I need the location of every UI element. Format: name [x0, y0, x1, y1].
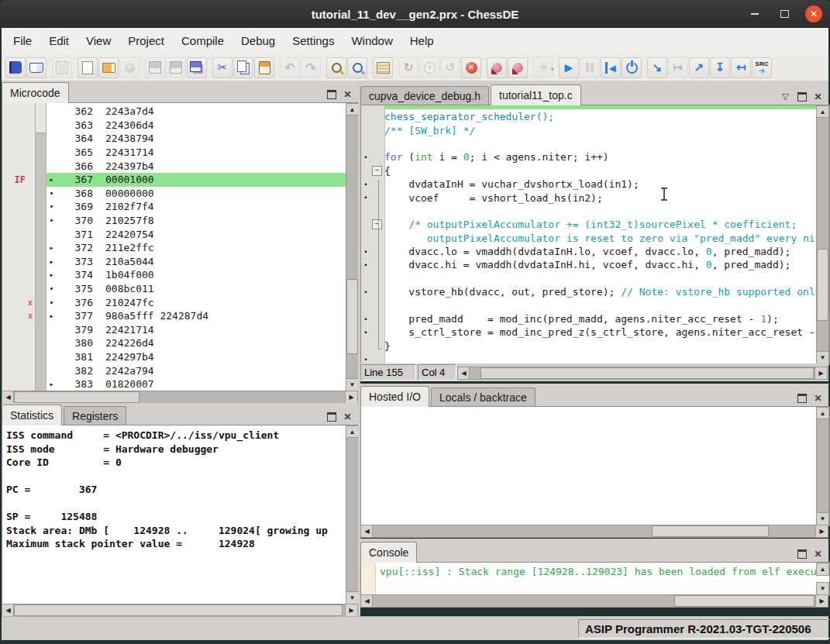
- microcode-row[interactable]: •3692102f7f4: [2, 200, 346, 214]
- tab-tutorial11-top-c[interactable]: tutorial11_top.c: [491, 84, 581, 105]
- code-line[interactable]: •− dvacc.lo = vmaddh(dvdataInH.lo, vcoef…: [361, 245, 816, 258]
- hosted-io-panel[interactable]: [360, 406, 830, 526]
- save-as-button[interactable]: [166, 57, 186, 78]
- code-line[interactable]: •− vcoef = vshort_load_hs(in2);: [361, 191, 816, 204]
- fold-toggle-icon[interactable]: −: [372, 219, 382, 229]
- tab-locals-backtrace[interactable]: Locals / backtrace: [431, 387, 536, 407]
- menu-item-settings[interactable]: Settings: [284, 28, 343, 54]
- run-tool-button[interactable]: [533, 57, 553, 78]
- microcode-row[interactable]: 3622243a7d4: [2, 105, 346, 119]
- microcode-row[interactable]: •370210257f8: [2, 214, 346, 228]
- scroll-right-icon[interactable]: [815, 525, 828, 538]
- statistics-hscroll-track[interactable]: [13, 604, 346, 617]
- goto-source-button[interactable]: SRC: [752, 57, 772, 78]
- close-panel-icon[interactable]: [342, 412, 353, 422]
- open-manual-button[interactable]: [26, 57, 46, 78]
- maximize-panel-icon[interactable]: [796, 549, 808, 559]
- reload-project-button[interactable]: [52, 57, 72, 78]
- microcode-row[interactable]: 37122420754: [2, 227, 346, 241]
- close-panel-icon[interactable]: [342, 89, 353, 99]
- console-hscrollbar[interactable]: [360, 594, 828, 607]
- add-item-button[interactable]: [119, 57, 139, 78]
- menu-item-debug[interactable]: Debug: [232, 28, 284, 54]
- cut-button[interactable]: [212, 57, 232, 78]
- profile-button[interactable]: [419, 57, 439, 78]
- scroll-right-icon[interactable]: [345, 391, 358, 404]
- scroll-right-icon[interactable]: [345, 604, 358, 617]
- hosted-vscrollbar[interactable]: [816, 418, 829, 514]
- microcode-row[interactable]: 37922421714: [2, 323, 346, 337]
- fold-toggle-icon[interactable]: −: [372, 166, 382, 176]
- microcode-row[interactable]: ▸3741b04f000: [2, 268, 346, 282]
- microcode-row[interactable]: 3822242a794: [2, 363, 346, 377]
- code-editor[interactable]: −chess_separator_scheduler();−/** [SW_br…: [360, 105, 830, 365]
- restart-button[interactable]: [601, 57, 621, 78]
- menu-item-edit[interactable]: Edit: [40, 28, 77, 54]
- run-button[interactable]: [559, 57, 579, 78]
- microcode-vscrollbar[interactable]: [346, 115, 359, 380]
- microcode-row[interactable]: ▸372211e2ffc: [2, 241, 346, 255]
- paste-button[interactable]: [254, 57, 274, 78]
- editor-hscrollbar[interactable]: [457, 367, 828, 379]
- statistics-vscrollbar[interactable]: [346, 437, 359, 593]
- code-line[interactable]: •− dvdataInH = vuchar_dvshortx_load(in1)…: [361, 177, 816, 191]
- microcode-row[interactable]: ▸38301820007: [2, 377, 346, 391]
- redo-button[interactable]: [301, 57, 321, 78]
- save-all-button[interactable]: [187, 57, 207, 78]
- open-file-button[interactable]: [98, 57, 119, 78]
- maximize-panel-icon[interactable]: [796, 393, 808, 403]
- code-line[interactable]: −: [361, 137, 816, 150]
- scroll-down-icon[interactable]: [816, 512, 829, 525]
- minimize-icon[interactable]: [746, 5, 763, 22]
- maximize-panel-icon[interactable]: [796, 91, 808, 102]
- tab-hosted-i-o[interactable]: Hosted I/O: [360, 386, 429, 407]
- scroll-down-icon[interactable]: [346, 591, 359, 604]
- restore-icon[interactable]: [776, 5, 793, 22]
- step-over-button[interactable]: [668, 57, 688, 78]
- microcode-row[interactable]: 380224226d4: [2, 336, 346, 350]
- code-line[interactable]: − /* outputPixelAccumulator += (int32_t)…: [361, 218, 816, 231]
- find-button[interactable]: [326, 57, 346, 78]
- menu-item-compile[interactable]: Compile: [173, 28, 232, 54]
- stop-button[interactable]: [461, 57, 481, 78]
- scroll-down-icon[interactable]: [816, 582, 829, 595]
- microcode-row[interactable]: 363224306d4: [2, 119, 346, 133]
- scroll-up-icon[interactable]: [816, 563, 829, 576]
- step-back-button[interactable]: [731, 57, 751, 78]
- code-line[interactable]: −/** [SW_brk] */: [361, 123, 816, 136]
- code-line[interactable]: −: [361, 298, 816, 312]
- console-panel[interactable]: vpu[::iss] : Stack range [124928..129023…: [360, 562, 830, 596]
- tab-registers[interactable]: Registers: [64, 406, 126, 425]
- close-panel-icon[interactable]: [812, 91, 824, 102]
- scroll-down-icon[interactable]: [346, 378, 359, 391]
- microcode-row[interactable]: 381224297b4: [2, 350, 346, 364]
- tab-statistics[interactable]: Statistics: [2, 405, 62, 425]
- microcode-row[interactable]: 366224397b4: [2, 159, 346, 173]
- undo-button[interactable]: [280, 57, 300, 78]
- code-line[interactable]: •− s_ctrl_store = mod_inc_pred_z(s_ctrl_…: [361, 325, 816, 339]
- microcode-row[interactable]: •36800000000: [2, 187, 346, 201]
- code-line[interactable]: •− dvacc.hi = vmaddh(dvdataInH.hi, vcoef…: [361, 258, 816, 271]
- code-line[interactable]: •− pred_madd = mod_inc(pred_madd, agens.…: [361, 312, 816, 325]
- code-line[interactable]: −: [361, 272, 816, 285]
- menu-item-window[interactable]: Window: [343, 28, 401, 54]
- microcode-row[interactable]: 36522431714: [2, 146, 346, 160]
- scroll-down-icon[interactable]: [816, 351, 829, 364]
- pause-button[interactable]: [580, 57, 600, 78]
- menu-item-file[interactable]: File: [5, 28, 40, 54]
- refresh-button[interactable]: [440, 57, 460, 78]
- code-line[interactable]: −: [361, 205, 816, 218]
- code-line[interactable]: − outputPixelAccumulator is reset to zer…: [361, 232, 816, 245]
- microcode-row[interactable]: IF▸36700001000: [2, 173, 346, 187]
- microcode-hscrollbar[interactable]: [2, 391, 358, 403]
- editor-vscrollbar[interactable]: [816, 117, 829, 353]
- statistics-panel[interactable]: ISS command = <PROCDIR>/../iss/vpu_clien…: [2, 425, 360, 605]
- terminate-button[interactable]: [622, 57, 642, 78]
- menu-item-view[interactable]: View: [77, 28, 119, 54]
- code-line[interactable]: •− vstore_hb(dvacc, out, pred_store); //…: [361, 285, 816, 298]
- microcode-row[interactable]: •375008bc011: [2, 282, 346, 296]
- save-button[interactable]: [145, 57, 165, 78]
- memory-view-button[interactable]: [373, 57, 393, 78]
- microcode-row[interactable]: ▸373210a5044: [2, 255, 346, 269]
- tab-console[interactable]: Console: [360, 542, 417, 563]
